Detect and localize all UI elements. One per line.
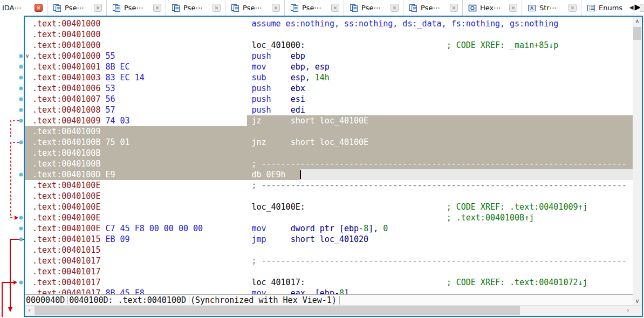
jump-arrows-margin	[0, 16, 24, 318]
pseudocode-icon	[53, 4, 61, 12]
horizontal-scroll-thumb[interactable]	[35, 306, 520, 315]
listing-row[interactable]: .text:00401015	[25, 245, 633, 255]
status-segment: (Synchronized with Hex View-1)	[189, 296, 340, 305]
hexview-icon	[468, 4, 477, 12]
listing-row[interactable]: .text:00401017 ; -----------------------…	[25, 255, 633, 266]
tab-label: Pse⋯	[65, 4, 84, 12]
tab-close-icon[interactable]: ×	[272, 4, 280, 12]
tab-close-icon[interactable]: ×	[35, 4, 43, 12]
horizontal-scrollbar[interactable]: ‹ ›	[25, 305, 642, 316]
nav-dot	[19, 280, 23, 284]
tab-close-icon[interactable]: ×	[213, 4, 221, 12]
tab-label: Enums	[599, 4, 622, 12]
tab-label: Pse⋯	[124, 4, 143, 12]
vertical-scroll-thumb[interactable]	[633, 27, 641, 40]
listing-row[interactable]: .text:0040100B	[25, 148, 633, 158]
listing-row[interactable]: .text:0040100B 75 01 jnz short loc_40100…	[25, 137, 633, 148]
tab-scroll-left-icon[interactable]: ◀	[629, 4, 634, 10]
tab-close-icon[interactable]: ×	[153, 4, 161, 12]
tab-scrollers: ◀ ▶	[629, 2, 641, 12]
status-segment: 0000040D	[25, 296, 68, 305]
listing-row[interactable]: .text:00401001 8B EC mov ebp, esp	[25, 61, 633, 72]
tab-pse[interactable]: Pse⋯×	[403, 0, 463, 16]
nav-dot	[19, 75, 23, 79]
current-line-highlight	[300, 169, 633, 180]
listing-row[interactable]: .text:00401000 loc_401000: ; CODE XREF: …	[25, 40, 633, 51]
nav-dot	[19, 86, 23, 90]
listing-row[interactable]: .text:00401006 53 push ebx	[25, 83, 633, 94]
listing-row[interactable]: .text:0040100E C7 45 F8 00 00 00 00 mov …	[25, 223, 633, 234]
tab-bar: IDA⋯×Pse⋯×Pse⋯×Pse⋯×Pse⋯×Pse⋯×Pse⋯×Pse⋯×…	[0, 0, 644, 16]
scroll-left-icon[interactable]: ‹	[25, 306, 34, 314]
pseudocode-icon	[350, 4, 358, 12]
status-segment: 0040100D: .text:0040100D	[68, 296, 189, 305]
collapse-chevron-icon[interactable]: ∨	[25, 51, 29, 61]
tab-hex[interactable]: Hex⋯×	[463, 0, 522, 16]
listing-row[interactable]: .text:0040100E loc_40100E: ; CODE XREF: …	[25, 202, 633, 212]
tab-close-partial[interactable]	[640, 4, 644, 12]
status-bar: 0000040D0040100D: .text:0040100D(Synchro…	[25, 294, 633, 305]
jmp-down-arrowhead-icon	[8, 307, 12, 312]
scroll-down-icon[interactable]: ∨	[633, 296, 642, 305]
nav-dot	[19, 140, 23, 144]
listing-row[interactable]: .text:00401000 assume es:nothing, ss:not…	[25, 18, 633, 29]
text-caret	[300, 170, 301, 179]
tab-pse[interactable]: Pse⋯×	[47, 0, 107, 16]
tab-label: Pse⋯	[361, 4, 380, 12]
jnz-jump-arrow	[11, 142, 23, 218]
incoming-arrowhead-icon	[13, 280, 17, 285]
nav-dot	[19, 172, 23, 176]
nav-dot	[19, 108, 23, 112]
listing-row[interactable]: .text:00401017 8B 45 F8 mov eax, [ebp-8]	[25, 288, 633, 294]
listing-row[interactable]: .text:0040100E ; .text:0040100B↑j	[25, 212, 633, 223]
pseudocode-icon	[112, 4, 121, 12]
scroll-right-icon[interactable]: ›	[624, 306, 633, 314]
tab-close-icon[interactable]: ×	[450, 4, 458, 12]
tab-pse[interactable]: Pse⋯×	[285, 0, 344, 16]
pseudocode-icon	[172, 4, 180, 12]
horizontal-scroll-track[interactable]	[34, 306, 624, 316]
listing-row[interactable]: .text:00401000	[25, 29, 633, 40]
tab-close-icon[interactable]: ×	[390, 4, 399, 12]
tab-close-icon[interactable]: ×	[331, 4, 339, 12]
tab-label: Pse⋯	[302, 4, 321, 12]
listing-row[interactable]: .text:0040100B ; -----------------------…	[25, 158, 633, 169]
tab-close-icon[interactable]: ×	[568, 4, 577, 12]
listing-row[interactable]: .text:00401003 83 EC 14 sub esp, 14h	[25, 72, 633, 83]
jmp-down-arrow	[10, 239, 24, 307]
listing-row[interactable]: .text:00401015 EB 09 jmp short loc_40102…	[25, 234, 633, 245]
tab-ida[interactable]: IDA⋯×	[0, 0, 47, 16]
listing-row[interactable]: .text:00401009 74 03 jz short loc_40100E	[25, 115, 633, 126]
jump-arrows-canvas	[0, 16, 24, 318]
listing-row[interactable]: .text:00401008 57 push edi	[25, 105, 633, 115]
scroll-up-icon[interactable]: ∧	[633, 17, 642, 25]
tab-label: Pse⋯	[183, 4, 202, 12]
listing-row[interactable]: .text:00401017 loc_401017: ; CODE XREF: …	[25, 277, 633, 288]
tab-pse[interactable]: Pse⋯×	[225, 0, 285, 16]
jnz-arrowhead-icon	[15, 216, 18, 220]
vertical-scrollbar[interactable]: ∧ ∨	[633, 17, 642, 305]
tab-pse[interactable]: Pse⋯×	[107, 0, 166, 16]
nav-dot	[19, 119, 23, 122]
listing-row[interactable]: .text:0040100E ; -----------------------…	[25, 180, 633, 191]
listing-row[interactable]: .text:00401009	[25, 126, 633, 137]
listing-row[interactable]: ∨.text:00401000 55 push ebp	[25, 51, 633, 61]
listing-row[interactable]: .text:0040100D E9 db 0E9h	[25, 169, 633, 180]
jz-jump-arrow	[11, 121, 23, 137]
tab-close-icon[interactable]: ×	[94, 4, 102, 12]
tab-label: Pse⋯	[243, 4, 262, 12]
nav-dot	[19, 97, 23, 101]
listing-row[interactable]: .text:0040100E	[25, 191, 633, 202]
strings-icon: A	[527, 4, 536, 12]
listing-row[interactable]: .text:00401017	[25, 266, 633, 277]
nav-dot	[19, 54, 23, 58]
nav-dot	[19, 237, 23, 241]
ida-window: IDA⋯×Pse⋯×Pse⋯×Pse⋯×Pse⋯×Pse⋯×Pse⋯×Pse⋯×…	[0, 0, 644, 318]
tab-close-icon[interactable]: ×	[509, 4, 517, 12]
listing-row[interactable]: .text:00401007 56 push esi	[25, 94, 633, 105]
disassembly-listing[interactable]: .text:00401000 assume es:nothing, ss:not…	[25, 17, 633, 294]
tab-pse[interactable]: Pse⋯×	[166, 0, 225, 16]
tab-str[interactable]: AStr⋯×	[522, 0, 581, 16]
scrollbar-corner	[633, 306, 642, 316]
tab-pse[interactable]: Pse⋯×	[344, 0, 403, 16]
